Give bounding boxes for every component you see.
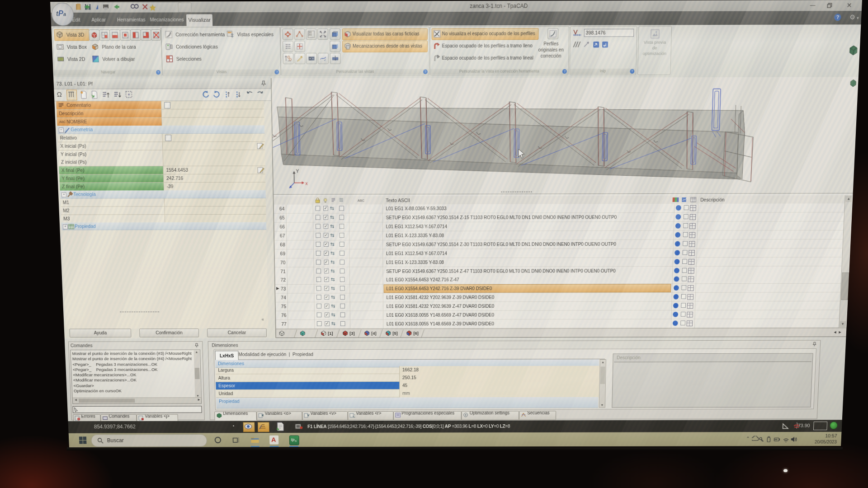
svg-text:x: x <box>305 181 308 186</box>
svg-text:Y: Y <box>296 169 299 174</box>
svg-text:000: 000 <box>308 33 312 36</box>
